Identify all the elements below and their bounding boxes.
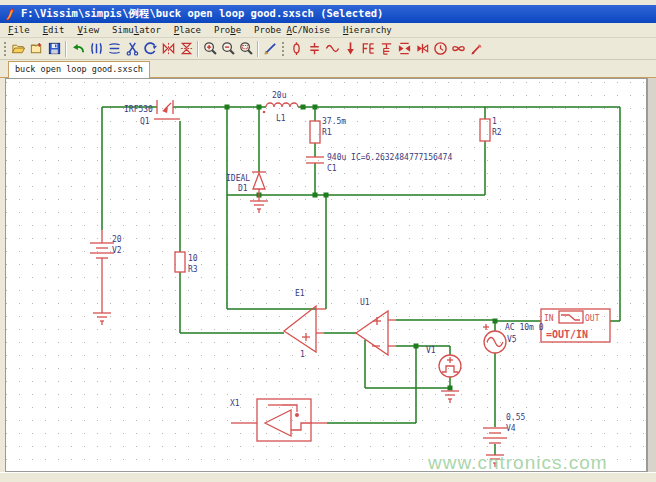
label-e1-ref: E1 xyxy=(295,289,305,298)
component-v4-battery[interactable] xyxy=(483,428,507,443)
component-d1-diode[interactable] xyxy=(252,172,266,195)
component-l1-inductor[interactable] xyxy=(263,103,298,113)
component-r2-resistor[interactable] xyxy=(480,119,490,141)
label-v4-value: 0.55 xyxy=(506,413,525,422)
label-r2-ref: R2 xyxy=(492,128,502,137)
label-e1-gain: 1 xyxy=(300,350,305,359)
component-u1-comparator[interactable] xyxy=(356,311,396,355)
label-v2-value: 20 xyxy=(112,235,122,244)
meter-in-label: IN xyxy=(544,314,554,323)
component-q1-mosfet[interactable] xyxy=(154,100,180,119)
label-q1-part: IRF530 xyxy=(124,105,153,114)
component-v1-pulse-source[interactable] xyxy=(439,355,461,377)
label-c1-ref: C1 xyxy=(327,164,337,173)
label-l1-value: 20u xyxy=(272,91,287,100)
label-r1-ref: R1 xyxy=(322,128,332,137)
schematic-drawing: IN OUT =OUT/IN IRF530 Q1 20u L1 37.5m R1… xyxy=(0,0,656,482)
meter-out-label: OUT xyxy=(585,314,600,323)
component-x1-subcircuit[interactable] xyxy=(231,399,327,441)
component-c1-capacitor[interactable] xyxy=(306,157,324,163)
component-r1-resistor[interactable] xyxy=(310,121,320,143)
label-r3-ref: R3 xyxy=(188,265,198,274)
watermark: www.cntronics.com xyxy=(428,452,608,474)
ground-v2[interactable] xyxy=(93,313,111,325)
meter-expr-label: =OUT/IN xyxy=(546,329,588,340)
schematic-labels[interactable]: IRF530 Q1 20u L1 37.5m R1 940u IC=6.2632… xyxy=(112,91,544,433)
component-e1-vcvs[interactable] xyxy=(284,306,326,352)
label-r2-value: 1 xyxy=(492,117,497,126)
label-d1-ref: D1 xyxy=(238,184,248,193)
label-v2-ref: V2 xyxy=(112,246,122,255)
label-c1-value: 940u IC=6.2632484777156474 xyxy=(327,153,452,162)
ground-d1[interactable] xyxy=(250,195,268,213)
component-v2-battery[interactable] xyxy=(90,230,114,313)
label-v1-ref: V1 xyxy=(426,346,436,355)
label-v5-ref: V5 xyxy=(507,335,517,344)
label-v5-value: AC 10m 0 xyxy=(505,323,544,332)
label-l1-ref: L1 xyxy=(276,114,286,123)
label-r1-value: 37.5m xyxy=(322,117,346,126)
label-x1-ref: X1 xyxy=(230,399,240,408)
component-r3-resistor[interactable] xyxy=(175,252,185,272)
wire-junctions xyxy=(225,105,498,391)
label-d1-value: IDEAL xyxy=(226,174,250,183)
label-u1-ref: U1 xyxy=(360,298,370,307)
component-loop-gain-meter[interactable]: IN OUT =OUT/IN xyxy=(541,309,610,342)
label-v4-ref: V4 xyxy=(506,424,516,433)
label-r3-value: 10 xyxy=(188,254,198,263)
ground-v1[interactable] xyxy=(441,391,459,403)
label-q1-ref: Q1 xyxy=(140,117,150,126)
